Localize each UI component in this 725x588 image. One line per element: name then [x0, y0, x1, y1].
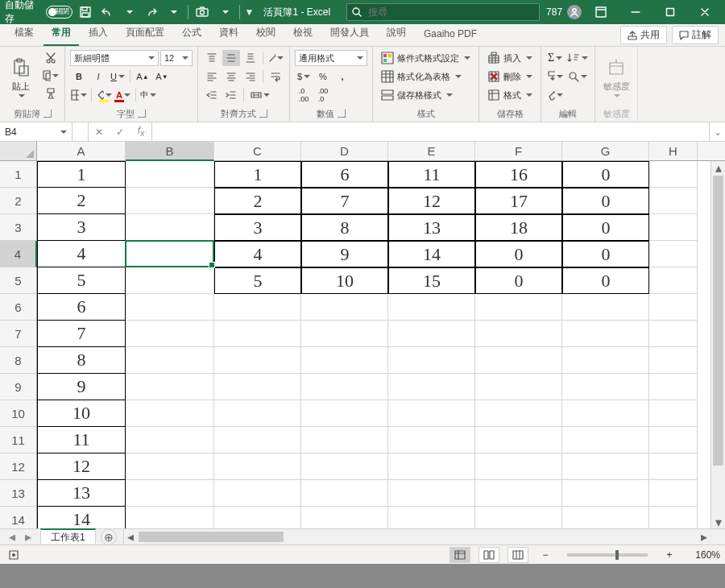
cell[interactable]: [214, 374, 301, 400]
record-macro-button[interactable]: [5, 547, 23, 563]
cell[interactable]: 13: [388, 214, 475, 241]
cell[interactable]: [126, 427, 214, 453]
shrink-font-button[interactable]: A▼: [153, 68, 171, 85]
increase-indent-button[interactable]: [222, 87, 240, 103]
cell[interactable]: 11: [37, 427, 126, 453]
search-input[interactable]: [367, 6, 534, 19]
cell[interactable]: [126, 188, 214, 214]
cell[interactable]: [649, 241, 698, 267]
close-button[interactable]: [689, 0, 720, 24]
cell[interactable]: [475, 374, 562, 400]
ribbon-tab[interactable]: 頁面配置: [118, 21, 172, 46]
cell[interactable]: [301, 480, 388, 507]
cell[interactable]: [562, 321, 649, 347]
orientation-button[interactable]: [267, 50, 284, 66]
redo-dropdown[interactable]: [164, 2, 182, 22]
cell[interactable]: [649, 427, 698, 453]
cell[interactable]: [126, 161, 214, 188]
cell[interactable]: [214, 427, 301, 453]
cell[interactable]: 2: [37, 188, 126, 214]
cell[interactable]: 5: [37, 267, 126, 294]
cell[interactable]: 5: [214, 267, 301, 294]
confirm-edit-button[interactable]: ✓: [110, 123, 130, 141]
row-header[interactable]: 12: [0, 453, 36, 480]
font-size-combo[interactable]: 12: [160, 50, 193, 66]
cell[interactable]: [649, 507, 698, 528]
name-box[interactable]: B4: [0, 122, 72, 141]
row-header[interactable]: 14: [0, 507, 36, 528]
cell[interactable]: 0: [562, 214, 649, 241]
phonetic-button[interactable]: 中: [139, 87, 157, 103]
cell[interactable]: 0: [562, 161, 649, 188]
borders-button[interactable]: [70, 87, 88, 103]
cell[interactable]: [214, 347, 301, 374]
cell[interactable]: 3: [214, 214, 301, 241]
column-header[interactable]: G: [562, 142, 649, 160]
format-painter-button[interactable]: [42, 85, 60, 101]
cell[interactable]: [475, 480, 562, 507]
cell[interactable]: 10: [301, 267, 388, 294]
cell[interactable]: 8: [301, 214, 388, 241]
cell[interactable]: 0: [475, 241, 562, 267]
row-header[interactable]: 7: [0, 321, 36, 347]
align-bottom-button[interactable]: [242, 50, 259, 66]
share-button[interactable]: 共用: [620, 26, 667, 44]
ribbon-mode-button[interactable]: [585, 0, 616, 24]
align-top-button[interactable]: [203, 50, 221, 66]
cell[interactable]: [562, 294, 649, 321]
ribbon-tab[interactable]: Gaaiho PDF: [416, 23, 485, 46]
cell[interactable]: 12: [388, 188, 475, 214]
tab-scroll-left[interactable]: ◂: [5, 530, 19, 545]
minimize-button[interactable]: [619, 0, 651, 24]
scroll-left-icon[interactable]: ◂: [124, 529, 137, 545]
column-header[interactable]: F: [475, 142, 562, 160]
cell[interactable]: [562, 507, 649, 528]
cell[interactable]: [388, 507, 475, 528]
search-box[interactable]: [346, 3, 540, 21]
cell[interactable]: [301, 294, 388, 321]
comma-button[interactable]: ,: [334, 68, 351, 85]
cell[interactable]: [475, 294, 562, 321]
cell[interactable]: [649, 214, 698, 241]
redo-button[interactable]: [142, 2, 160, 22]
cell[interactable]: 6: [301, 161, 388, 188]
cell[interactable]: 0: [562, 188, 649, 214]
zoom-slider[interactable]: [567, 553, 648, 557]
cell[interactable]: 9: [301, 241, 388, 267]
cell[interactable]: [126, 321, 214, 347]
cell[interactable]: [649, 188, 698, 214]
page-break-view-button[interactable]: [508, 547, 528, 563]
grow-font-button[interactable]: A▲: [134, 68, 151, 85]
row-header[interactable]: 6: [0, 294, 36, 321]
page-layout-view-button[interactable]: [478, 547, 499, 563]
cell[interactable]: [126, 347, 214, 374]
cell[interactable]: 4: [37, 241, 126, 267]
dialog-launcher-icon[interactable]: [44, 110, 52, 118]
bold-button[interactable]: B: [70, 68, 88, 85]
increase-decimal-button[interactable]: .0.00: [295, 87, 313, 103]
zoom-out-button[interactable]: −: [536, 547, 554, 563]
font-color-button[interactable]: A: [114, 87, 132, 103]
cell[interactable]: [475, 347, 562, 374]
cell[interactable]: [475, 453, 562, 480]
scroll-up-icon[interactable]: ▴: [711, 161, 725, 174]
maximize-button[interactable]: [654, 0, 686, 24]
cell[interactable]: [301, 347, 388, 374]
cell[interactable]: [214, 321, 301, 347]
cell[interactable]: 7: [301, 188, 388, 214]
percent-button[interactable]: %: [314, 68, 332, 85]
normal-view-button[interactable]: [450, 547, 470, 563]
account-button[interactable]: 787: [546, 5, 582, 19]
cell[interactable]: [126, 241, 214, 267]
align-center-button[interactable]: [222, 68, 240, 85]
row-header[interactable]: 1: [0, 161, 36, 188]
ribbon-tab[interactable]: 資料: [211, 21, 246, 46]
cell[interactable]: [126, 214, 214, 241]
cell[interactable]: [475, 427, 562, 453]
paste-button[interactable]: 貼上: [5, 50, 37, 103]
cell[interactable]: [301, 427, 388, 453]
conditional-formatting-button[interactable]: 條件式格式設定: [378, 50, 474, 66]
cell[interactable]: [301, 453, 388, 480]
column-header[interactable]: D: [301, 142, 388, 160]
cell[interactable]: [388, 374, 475, 400]
